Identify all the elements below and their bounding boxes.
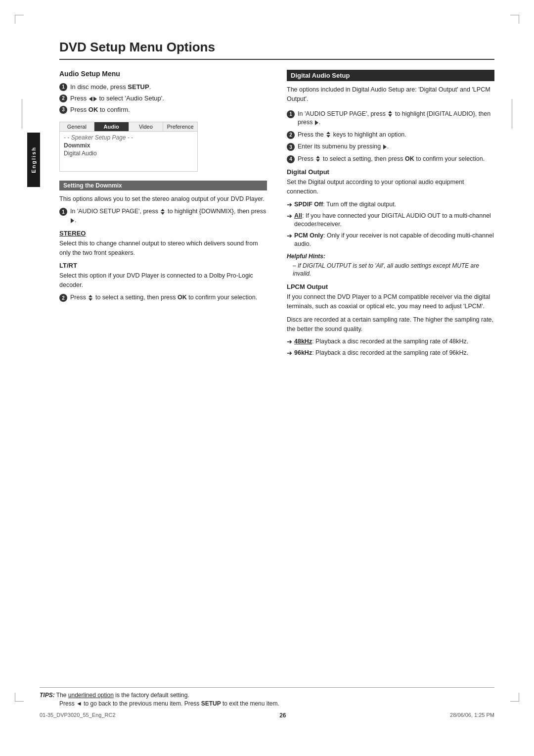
- footer-nav: 01-35_DVP3020_55_Eng_RC2 26 28/06/06, 1:…: [40, 712, 494, 719]
- da-step-num-1: 1: [287, 110, 295, 118]
- tab-video: Video: [129, 122, 164, 131]
- lpcm-detail: Discs are recorded at a certain sampling…: [287, 315, 494, 334]
- da-step-1: 1 In 'AUDIO SETUP PAGE', press to highli…: [287, 110, 494, 127]
- menu-downmix: Downmix: [64, 142, 193, 149]
- menu-table-header: General Audio Video Preference: [60, 122, 197, 132]
- menu-table: General Audio Video Preference - - Speak…: [59, 122, 198, 172]
- corner-mark-tl: [15, 15, 24, 24]
- tab-preference: Preference: [163, 122, 197, 131]
- helpful-hints-label: Helpful Hints:: [287, 253, 494, 260]
- downmix-step-num-2: 2: [59, 294, 67, 302]
- audio-setup-section: Audio Setup Menu 1 In disc mode, press S…: [59, 70, 267, 172]
- downmix-step1-text: In 'AUDIO SETUP PAGE', press to highligh…: [70, 207, 267, 225]
- page-title: DVD Setup Menu Options: [59, 40, 494, 60]
- khz48-item: ➔ 48kHz: Playback a disc recorded at the…: [287, 337, 494, 346]
- step-num-3: 3: [59, 106, 67, 114]
- side-mark-right: [512, 99, 512, 129]
- right-column: Digital Audio Setup The options included…: [287, 70, 494, 361]
- downmix-step2-row: 2 Press to select a setting, then press …: [59, 293, 267, 302]
- footer-date: 28/06/06, 1:25 PM: [450, 712, 494, 719]
- da-step-4-text: Press to select a setting, then press OK…: [298, 155, 485, 164]
- da-step-2: 2 Press the keys to highlight an option.: [287, 131, 494, 140]
- side-mark-left: [22, 99, 22, 129]
- da-step-4: 4 Press to select a setting, then press …: [287, 155, 494, 164]
- english-label: English: [31, 146, 37, 173]
- arrow-pcm: ➔: [287, 232, 292, 240]
- da-step-3: 3 Enter its submenu by pressing .: [287, 142, 494, 151]
- khz96-item: ➔ 96kHz: Playback a disc recorded at the…: [287, 349, 494, 358]
- digital-output-label: Digital Output: [287, 168, 494, 176]
- downmix-section: Setting the Downmix This options allows …: [59, 181, 267, 302]
- step-num-1: 1: [59, 83, 67, 91]
- tips-nav: Press ◄ to go back to the previous menu …: [59, 700, 494, 707]
- step-2: 2 Press to select 'Audio Setup'.: [59, 94, 267, 103]
- digital-output-intro: Set the Digital output according to your…: [287, 178, 494, 196]
- step-3-text: Press OK to confirm.: [70, 105, 130, 114]
- digital-output-section: Digital Output Set the Digital output ac…: [287, 168, 494, 249]
- khz96-text: 96kHz: Playback a disc recorded at the s…: [294, 349, 468, 358]
- ltrt-text: Select this option if your DVD Player is…: [59, 271, 267, 290]
- da-step-1-text: In 'AUDIO SETUP PAGE', press to highligh…: [298, 110, 494, 127]
- step-num-2: 2: [59, 94, 67, 102]
- tips-label: TIPS:: [40, 692, 55, 699]
- da-step-num-2: 2: [287, 131, 295, 139]
- main-content: DVD Setup Menu Options Audio Setup Menu …: [59, 40, 494, 361]
- pcm-text: PCM Only: Only if your receiver is not c…: [294, 232, 494, 249]
- left-column: Audio Setup Menu 1 In disc mode, press S…: [59, 70, 267, 361]
- tips-line: TIPS: The underlined option is the facto…: [40, 692, 494, 699]
- arrow-all: ➔: [287, 212, 292, 221]
- da-step-num-3: 3: [287, 143, 295, 151]
- digital-audio-steps: 1 In 'AUDIO SETUP PAGE', press to highli…: [287, 110, 494, 164]
- da-step-num-4: 4: [287, 155, 295, 163]
- arrow-96khz: ➔: [287, 349, 292, 358]
- corner-mark-bl: [15, 693, 24, 702]
- menu-digital-audio: Digital Audio: [64, 149, 193, 157]
- arrow-spdif: ➔: [287, 200, 292, 209]
- lpcm-section: LPCM Output If you connect the DVD Playe…: [287, 283, 494, 358]
- page-container: English DVD Setup Menu Options Audio Set…: [0, 0, 534, 756]
- pcm-item: ➔ PCM Only: Only if your receiver is not…: [287, 232, 494, 249]
- ltrt-label: LT/RT: [59, 262, 267, 269]
- spdif-item: ➔ SPDIF Off: Turn off the digital output…: [287, 200, 494, 209]
- tips-text: The underlined option is the factory def…: [56, 692, 189, 699]
- corner-mark-br: [510, 693, 519, 702]
- english-tab: English: [27, 133, 40, 187]
- helpful-hints-section: Helpful Hints: – If DIGITAL OUTPUT is se…: [287, 253, 494, 279]
- downmix-header: Setting the Downmix: [59, 181, 267, 190]
- downmix-step-num-1: 1: [59, 208, 67, 216]
- stereo-label: STEREO: [59, 230, 267, 237]
- step-3: 3 Press OK to confirm.: [59, 105, 267, 114]
- downmix-step1-row: 1 In 'AUDIO SETUP PAGE', press to highli…: [59, 207, 267, 225]
- arrow-48khz: ➔: [287, 337, 292, 346]
- digital-audio-intro: The options included in Digital Audio Se…: [287, 85, 494, 104]
- two-column-layout: Audio Setup Menu 1 In disc mode, press S…: [59, 70, 494, 361]
- all-item: ➔ All: If you have connected your DIGITA…: [287, 212, 494, 229]
- all-text: All: If you have connected your DIGITAL …: [294, 212, 494, 229]
- tab-general: General: [60, 122, 94, 131]
- footer-file: 01-35_DVP3020_55_Eng_RC2: [40, 712, 116, 719]
- menu-table-body: - - Speaker Setup Page - - Downmix Digit…: [60, 132, 197, 171]
- da-step-3-text: Enter its submenu by pressing .: [298, 142, 389, 151]
- audio-setup-title: Audio Setup Menu: [59, 70, 267, 78]
- tab-audio: Audio: [94, 122, 129, 131]
- lpcm-label: LPCM Output: [287, 283, 494, 290]
- khz48-text: 48kHz: Playback a disc recorded at the s…: [294, 337, 468, 346]
- da-step-2-text: Press the keys to highlight an option.: [298, 131, 406, 140]
- corner-mark-tr: [510, 15, 519, 24]
- audio-setup-steps: 1 In disc mode, press SETUP. 2 Press to …: [59, 83, 267, 115]
- speaker-setup-page: - - Speaker Setup Page - -: [64, 134, 193, 142]
- spdif-text: SPDIF Off: Turn off the digital output.: [294, 200, 396, 209]
- step-1-text: In disc mode, press SETUP.: [70, 83, 151, 92]
- page-number: 26: [279, 712, 286, 719]
- footer: TIPS: The underlined option is the facto…: [40, 687, 494, 719]
- lpcm-intro: If you connect the DVD Player to a PCM c…: [287, 292, 494, 311]
- digital-audio-setup-header: Digital Audio Setup: [287, 70, 494, 81]
- downmix-step2-text: Press to select a setting, then press OK…: [70, 293, 257, 302]
- hint-text: – If DIGITAL OUTPUT is set to 'All', all…: [293, 262, 494, 279]
- step-2-text: Press to select 'Audio Setup'.: [70, 94, 164, 103]
- stereo-text: Select this to change channel output to …: [59, 239, 267, 258]
- downmix-intro: This options allows you to set the stere…: [59, 194, 267, 204]
- step-1: 1 In disc mode, press SETUP.: [59, 83, 267, 92]
